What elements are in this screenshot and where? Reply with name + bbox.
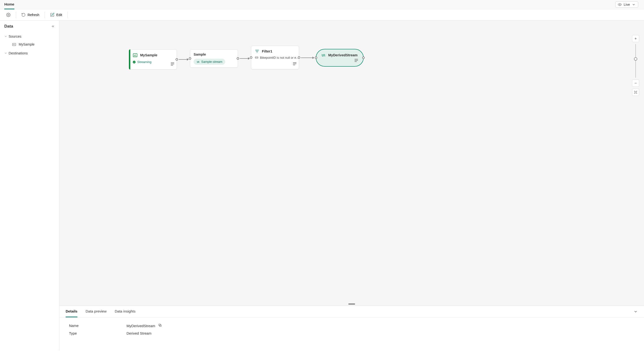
stream-icon bbox=[196, 60, 200, 64]
tree-section-sources[interactable]: Sources bbox=[0, 33, 59, 40]
tab-home[interactable]: Home bbox=[4, 0, 14, 9]
node-title: Filter1 bbox=[262, 49, 272, 53]
status-bar bbox=[129, 49, 130, 70]
fit-icon bbox=[634, 91, 637, 94]
details-panel: Details Data preview Data insights Name … bbox=[60, 305, 644, 351]
node-myderivedstream[interactable]: MyDerivedStream bbox=[316, 49, 364, 67]
toolbar: Refresh Edit bbox=[0, 9, 644, 20]
app-tabs-area: Home Live Refresh Edit bbox=[0, 0, 644, 21]
details-type-value: Derived Stream bbox=[126, 331, 152, 335]
flow-canvas[interactable]: MySample Streaming Sample bbox=[60, 21, 644, 304]
live-toggle[interactable]: Live bbox=[615, 2, 638, 8]
gear-icon bbox=[6, 13, 10, 17]
output-port[interactable] bbox=[176, 58, 178, 61]
arrow-icon bbox=[187, 58, 189, 61]
output-port[interactable] bbox=[237, 57, 239, 60]
details-type-label: Type bbox=[69, 331, 88, 335]
edit-icon bbox=[50, 13, 54, 17]
svg-rect-19 bbox=[635, 92, 636, 93]
live-label: Live bbox=[624, 3, 630, 7]
minus-icon bbox=[634, 82, 637, 85]
copy-icon[interactable] bbox=[158, 323, 162, 327]
arrow-icon bbox=[248, 57, 250, 60]
node-title: MyDerivedStream bbox=[328, 53, 358, 57]
refresh-icon bbox=[21, 13, 26, 17]
main-column: MySample Streaming Sample bbox=[60, 21, 644, 351]
connector bbox=[179, 59, 188, 60]
eye-icon bbox=[618, 3, 622, 7]
barchart-icon bbox=[132, 53, 138, 58]
settings-button[interactable] bbox=[4, 11, 12, 19]
workspace: Data Sources MySample Destinations bbox=[0, 21, 644, 351]
tree-section-destinations[interactable]: Destinations bbox=[0, 49, 59, 57]
zoom-out-button[interactable] bbox=[632, 80, 639, 87]
details-name-value: MyDerivedStream bbox=[126, 324, 155, 328]
chevron-down-icon bbox=[4, 35, 7, 38]
node-mysample[interactable]: MySample Streaming bbox=[129, 49, 177, 70]
refresh-label: Refresh bbox=[28, 13, 39, 17]
input-port[interactable] bbox=[189, 57, 191, 60]
chevron-down-icon bbox=[632, 3, 636, 7]
connector bbox=[240, 58, 249, 59]
zoom-thumb[interactable] bbox=[634, 57, 637, 61]
details-name-label: Name bbox=[69, 323, 88, 328]
divider bbox=[44, 12, 45, 18]
tab-data-insights[interactable]: Data insights bbox=[115, 306, 136, 317]
node-status: Streaming bbox=[137, 60, 152, 64]
chevron-down-icon bbox=[4, 52, 7, 55]
tree-item-label: MySample bbox=[19, 43, 34, 46]
expr-text: BikepointID is not null or e… bbox=[260, 56, 299, 60]
plus-icon bbox=[634, 37, 637, 40]
filter-icon bbox=[255, 49, 260, 54]
check-circle-icon bbox=[132, 60, 136, 64]
tab-data-preview[interactable]: Data preview bbox=[86, 306, 106, 317]
node-title: MySample bbox=[140, 53, 158, 57]
zoom-controls bbox=[632, 35, 639, 96]
output-port[interactable] bbox=[362, 57, 365, 59]
section-destinations-label: Destinations bbox=[8, 51, 28, 55]
zoom-in-button[interactable] bbox=[632, 35, 639, 42]
column-icon bbox=[255, 56, 258, 60]
arrow-icon bbox=[312, 57, 314, 59]
tree-item-mysample[interactable]: MySample bbox=[0, 40, 59, 49]
tab-details[interactable]: Details bbox=[66, 306, 78, 317]
input-port[interactable] bbox=[250, 56, 252, 59]
stream-icon bbox=[321, 53, 326, 58]
zoom-slider[interactable] bbox=[636, 44, 636, 78]
more-icon[interactable] bbox=[171, 63, 174, 67]
divider bbox=[16, 12, 16, 18]
panel-resizer[interactable] bbox=[60, 304, 644, 305]
data-sidebar: Data Sources MySample Destinations bbox=[0, 21, 60, 351]
edit-label: Edit bbox=[56, 13, 62, 17]
svg-point-1 bbox=[8, 14, 9, 16]
node-filter1[interactable]: Filter1 BikepointID is not null or e… bbox=[251, 46, 299, 69]
edit-button[interactable]: Edit bbox=[48, 11, 64, 19]
node-sample[interactable]: Sample Sample-stream bbox=[190, 49, 238, 68]
output-port[interactable] bbox=[298, 56, 300, 59]
divider bbox=[67, 12, 68, 18]
more-icon[interactable] bbox=[354, 59, 358, 63]
filter-expression: BikepointID is not null or e… bbox=[251, 55, 299, 61]
collapse-icon[interactable] bbox=[51, 25, 55, 28]
barchart-icon bbox=[12, 42, 16, 47]
sample-stream-chip[interactable]: Sample-stream bbox=[194, 59, 225, 65]
zoom-fit-button[interactable] bbox=[632, 89, 639, 96]
svg-point-0 bbox=[619, 4, 620, 5]
chevron-down-icon[interactable] bbox=[634, 309, 638, 314]
chip-label: Sample-stream bbox=[201, 60, 222, 64]
sidebar-title: Data bbox=[4, 24, 13, 29]
more-icon[interactable] bbox=[293, 62, 296, 67]
connector bbox=[301, 58, 314, 58]
svg-point-10 bbox=[133, 61, 136, 64]
refresh-button[interactable]: Refresh bbox=[20, 11, 41, 19]
section-sources-label: Sources bbox=[8, 35, 21, 38]
node-title: Sample bbox=[194, 53, 206, 56]
input-port[interactable] bbox=[315, 57, 317, 59]
